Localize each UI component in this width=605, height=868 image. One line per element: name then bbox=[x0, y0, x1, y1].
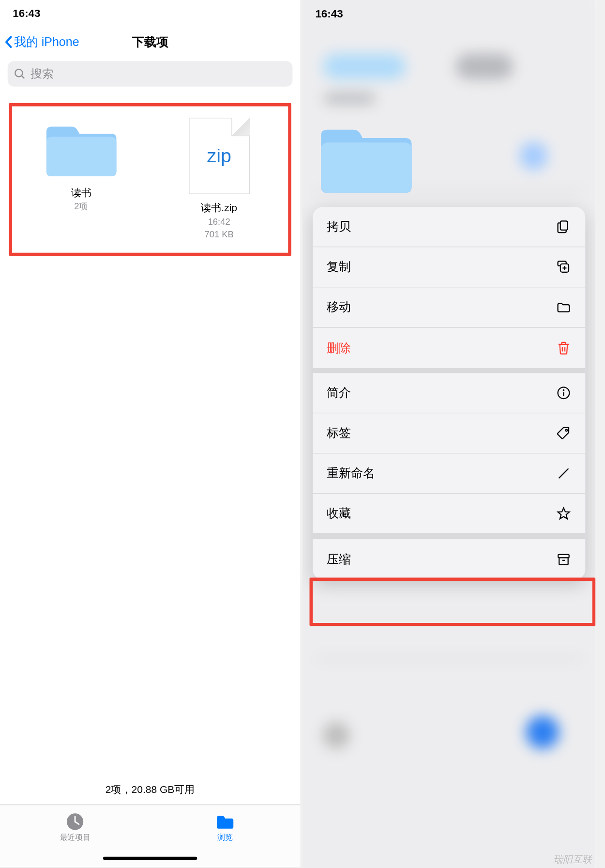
highlight-files-area: 读书 2项 zip 读书.zip 16:42 701 KB bbox=[9, 103, 291, 256]
trash-icon bbox=[556, 340, 572, 356]
pencil-icon bbox=[556, 466, 572, 481]
menu-duplicate[interactable]: 复制 bbox=[313, 247, 585, 287]
svg-line-1 bbox=[22, 76, 25, 78]
info-icon bbox=[556, 385, 572, 401]
clock: 16:43 bbox=[315, 8, 343, 20]
bottom-status: 2项，20.88 GB可用 bbox=[0, 776, 300, 805]
context-folder-icon[interactable] bbox=[318, 119, 415, 195]
folder-name: 读书 bbox=[71, 186, 91, 200]
svg-line-15 bbox=[559, 469, 568, 478]
svg-rect-4 bbox=[321, 142, 411, 193]
tab-browse[interactable]: 浏览 bbox=[150, 805, 300, 850]
clock: 16:43 bbox=[13, 8, 40, 20]
search-input[interactable]: 搜索 bbox=[8, 61, 293, 87]
zip-size: 701 KB bbox=[204, 229, 233, 240]
menu-info[interactable]: 简介 bbox=[313, 373, 585, 413]
svg-marker-16 bbox=[558, 508, 570, 519]
zip-name: 读书.zip bbox=[201, 202, 237, 216]
back-label: 我的 iPhone bbox=[14, 34, 79, 50]
highlight-compress-box bbox=[310, 577, 596, 626]
status-bar-right: 16:43 bbox=[302, 0, 595, 28]
folder-item[interactable]: 读书 2项 bbox=[15, 118, 148, 240]
menu-copy[interactable]: 拷贝 bbox=[313, 207, 585, 247]
duplicate-icon bbox=[556, 260, 572, 275]
page-title: 下载项 bbox=[132, 34, 168, 50]
menu-compress[interactable]: 压缩 bbox=[313, 539, 585, 579]
context-menu: 拷贝 复制 移动 删除 bbox=[313, 207, 585, 579]
tag-icon bbox=[556, 425, 572, 441]
tab-recent[interactable]: 最近项目 bbox=[0, 805, 150, 850]
svg-point-13 bbox=[563, 390, 564, 391]
zip-time: 16:42 bbox=[208, 217, 230, 228]
clock-icon bbox=[65, 812, 85, 831]
menu-tags[interactable]: 标签 bbox=[313, 413, 585, 453]
tab-recent-label: 最近项目 bbox=[60, 833, 91, 843]
search-icon bbox=[14, 68, 26, 80]
tab-bar: 最近项目 浏览 bbox=[0, 805, 300, 851]
folder-icon bbox=[215, 812, 235, 831]
zip-item[interactable]: zip 读书.zip 16:42 701 KB bbox=[152, 118, 286, 240]
svg-rect-2 bbox=[46, 137, 116, 176]
menu-delete[interactable]: 删除 bbox=[313, 328, 585, 368]
menu-favorite[interactable]: 收藏 bbox=[313, 494, 585, 534]
nav-bar: 我的 iPhone 下载项 bbox=[0, 28, 300, 56]
watermark: 瑞阳互联 bbox=[553, 853, 591, 866]
menu-rename[interactable]: 重新命名 bbox=[313, 453, 585, 494]
svg-rect-17 bbox=[558, 554, 569, 558]
tab-browse-label: 浏览 bbox=[217, 833, 233, 843]
chevron-left-icon bbox=[4, 34, 14, 50]
copy-icon bbox=[556, 219, 572, 234]
search-placeholder: 搜索 bbox=[30, 66, 53, 82]
status-bar-left: 16:43 bbox=[0, 0, 300, 28]
zip-file-icon: zip bbox=[189, 118, 250, 194]
folder-meta: 2项 bbox=[74, 201, 88, 212]
svg-point-14 bbox=[566, 430, 567, 431]
folder-move-icon bbox=[556, 300, 572, 315]
menu-move[interactable]: 移动 bbox=[313, 288, 585, 328]
home-indicator[interactable] bbox=[0, 851, 300, 867]
folder-icon bbox=[44, 118, 119, 179]
svg-point-0 bbox=[15, 69, 22, 77]
svg-rect-5 bbox=[560, 221, 568, 230]
back-button[interactable]: 我的 iPhone bbox=[0, 34, 79, 50]
star-icon bbox=[556, 506, 572, 522]
archive-icon bbox=[556, 552, 572, 567]
